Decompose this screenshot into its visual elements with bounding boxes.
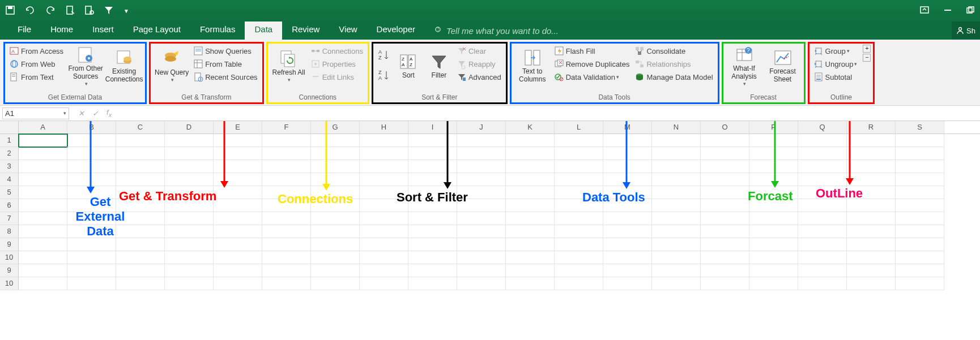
cell[interactable]: [360, 134, 408, 147]
name-box[interactable]: A1▾: [2, 107, 69, 119]
cell[interactable]: [408, 173, 457, 186]
cell[interactable]: [262, 251, 311, 264]
cell[interactable]: [214, 251, 262, 264]
remove-duplicates-button[interactable]: Remove Duplicates: [552, 58, 632, 70]
cell[interactable]: [262, 199, 311, 212]
tell-me-search[interactable]: Tell me what you want to do...: [435, 21, 559, 40]
cell[interactable]: [506, 238, 555, 251]
cell[interactable]: [896, 238, 944, 251]
sort-za-button[interactable]: ZA: [376, 66, 393, 84]
cell[interactable]: [506, 134, 555, 147]
cell[interactable]: [262, 238, 311, 251]
cell[interactable]: [798, 277, 847, 290]
cell[interactable]: [408, 134, 457, 147]
cell[interactable]: [360, 277, 408, 290]
cell[interactable]: [896, 160, 944, 173]
cell[interactable]: [116, 186, 165, 199]
cell[interactable]: [701, 147, 749, 160]
row-header[interactable]: 9: [0, 264, 19, 277]
cell[interactable]: [896, 134, 944, 147]
cell[interactable]: [165, 225, 214, 238]
cell[interactable]: [67, 199, 116, 212]
cell[interactable]: [506, 147, 555, 160]
tab-data[interactable]: Data: [245, 21, 282, 40]
cell[interactable]: [798, 134, 847, 147]
cell[interactable]: [798, 238, 847, 251]
from-access-button[interactable]: AFrom Access: [7, 45, 66, 57]
cell[interactable]: [214, 212, 262, 225]
cell[interactable]: [19, 134, 67, 147]
cell[interactable]: [360, 186, 408, 199]
column-header[interactable]: O: [701, 121, 749, 134]
cell[interactable]: [555, 212, 603, 225]
connections-button[interactable]: Connections: [309, 45, 365, 57]
cell[interactable]: [214, 199, 262, 212]
cell[interactable]: [652, 277, 701, 290]
column-header[interactable]: C: [116, 121, 165, 134]
cell[interactable]: [214, 186, 262, 199]
ungroup-button[interactable]: Ungroup▾: [812, 58, 860, 70]
cell[interactable]: [360, 238, 408, 251]
cell[interactable]: [896, 264, 944, 277]
show-detail-icon[interactable]: +: [863, 45, 871, 53]
cell[interactable]: [67, 251, 116, 264]
cell[interactable]: [116, 147, 165, 160]
cell[interactable]: [506, 225, 555, 238]
cell[interactable]: [311, 134, 360, 147]
cell[interactable]: [360, 251, 408, 264]
undo-icon[interactable]: [25, 6, 35, 16]
cell[interactable]: [847, 251, 896, 264]
consolidate-button[interactable]: Consolidate: [633, 45, 715, 57]
cell[interactable]: [408, 199, 457, 212]
column-header[interactable]: P: [749, 121, 798, 134]
cell[interactable]: [165, 160, 214, 173]
cell[interactable]: [19, 199, 67, 212]
cell[interactable]: [165, 238, 214, 251]
cell[interactable]: [847, 264, 896, 277]
cell[interactable]: [262, 186, 311, 199]
cell[interactable]: [555, 186, 603, 199]
column-header[interactable]: N: [652, 121, 701, 134]
cell[interactable]: [555, 238, 603, 251]
cell[interactable]: [798, 173, 847, 186]
cell[interactable]: [896, 225, 944, 238]
cell[interactable]: [19, 225, 67, 238]
cell[interactable]: [506, 212, 555, 225]
column-header[interactable]: Q: [798, 121, 847, 134]
cell[interactable]: [67, 134, 116, 147]
cell[interactable]: [457, 251, 506, 264]
hide-detail-icon[interactable]: −: [863, 54, 871, 62]
column-header[interactable]: I: [408, 121, 457, 134]
cell[interactable]: [798, 147, 847, 160]
cell[interactable]: [847, 160, 896, 173]
cell[interactable]: [165, 264, 214, 277]
cell[interactable]: [798, 160, 847, 173]
cell[interactable]: [555, 173, 603, 186]
cell[interactable]: [214, 160, 262, 173]
row-header[interactable]: 3: [0, 160, 19, 173]
column-header[interactable]: J: [457, 121, 506, 134]
cell[interactable]: [262, 173, 311, 186]
cell[interactable]: [408, 225, 457, 238]
cell[interactable]: [457, 277, 506, 290]
cell[interactable]: [749, 212, 798, 225]
cell[interactable]: [116, 264, 165, 277]
row-header[interactable]: 9: [0, 238, 19, 251]
cell[interactable]: [262, 147, 311, 160]
tab-page-layout[interactable]: Page Layout: [123, 21, 190, 40]
cell[interactable]: [555, 199, 603, 212]
cell[interactable]: [555, 277, 603, 290]
cell[interactable]: [457, 147, 506, 160]
cell[interactable]: [214, 173, 262, 186]
cell[interactable]: [798, 186, 847, 199]
cell[interactable]: [847, 173, 896, 186]
cell[interactable]: [311, 186, 360, 199]
row-header[interactable]: 2: [0, 147, 19, 160]
row-header[interactable]: 6: [0, 199, 19, 212]
column-header[interactable]: R: [847, 121, 896, 134]
cell[interactable]: [116, 277, 165, 290]
cell[interactable]: [457, 134, 506, 147]
cell[interactable]: [311, 264, 360, 277]
cell[interactable]: [116, 160, 165, 173]
cell[interactable]: [798, 251, 847, 264]
